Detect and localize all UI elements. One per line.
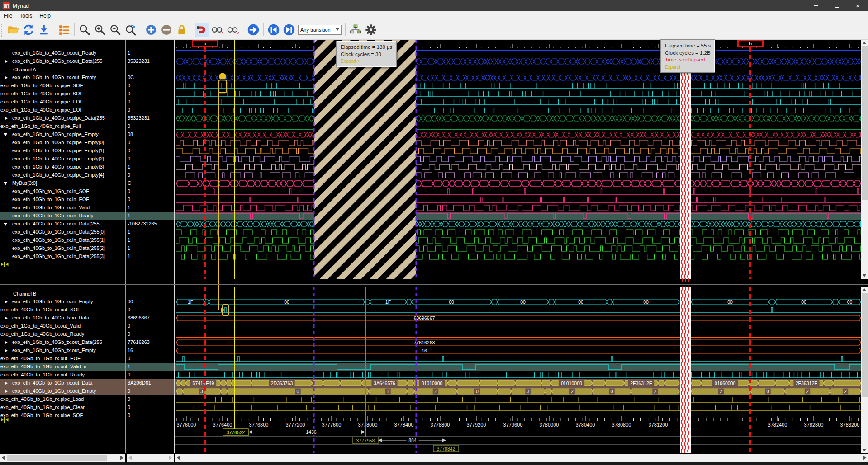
signal-row[interactable]: exo_eth_1Gb_to_40Gb_rx.out_Data(25535323… bbox=[0, 57, 175, 66]
panel-splitter[interactable] bbox=[0, 284, 868, 285]
signal-row[interactable]: exo_eth_40Gb_to_1Gb_rx.in_Ready1 bbox=[0, 212, 175, 220]
scroll-down-icon[interactable] bbox=[863, 449, 866, 451]
maximize-button[interactable] bbox=[826, 0, 847, 11]
signal-row[interactable]: exo_eth_40Gb_to_1Gb_rx.in_Data(255[3]1 bbox=[0, 253, 175, 261]
import-button[interactable] bbox=[37, 23, 51, 37]
waveform-hscrollbar[interactable] bbox=[175, 454, 868, 462]
signal-row[interactable]: exo_eth_1Gb_to_40Gb_tx.out_Valid0 bbox=[0, 322, 175, 330]
collapse-icon[interactable] bbox=[4, 223, 7, 226]
signal-row[interactable]: exo_eth_1Gb_to_40Gb_rx.pipe_Data(2553532… bbox=[0, 114, 175, 122]
signal-row[interactable]: exo_eth_1Gb_to_40Gb_rx.pipe_Empty[1]0 bbox=[0, 147, 175, 155]
expand-icon[interactable] bbox=[5, 381, 8, 385]
scroll-left-icon[interactable] bbox=[2, 456, 5, 460]
signal-row[interactable]: exo_eth_1Gb_to_40Gb_rx.pipe_EOF0 bbox=[0, 98, 175, 106]
signal-row[interactable]: exo_eth_1Gb_to_40Gb_rx.pipe_Empty[4]0 bbox=[0, 171, 175, 179]
expand-icon[interactable] bbox=[5, 349, 8, 352]
signal-row[interactable]: exo_eth_40Gb_to_1Gb_rx.pipe_Load0 bbox=[0, 395, 175, 404]
signal-row[interactable]: exo_eth_40Gb_to_1Gb_rx.in_EOF0 bbox=[0, 196, 175, 204]
expand-icon[interactable] bbox=[5, 390, 8, 393]
signal-row[interactable]: exo_eth_1Gb_to_40Gb_rx.pipe_EOF0 bbox=[0, 106, 175, 114]
signal-row[interactable]: exo_eth_40Gb_to_1Gb_rx.out_Data3A206D61 bbox=[0, 379, 175, 387]
lock-button[interactable] bbox=[175, 23, 189, 37]
expand-icon[interactable] bbox=[5, 316, 8, 320]
scroll-up-icon[interactable] bbox=[863, 42, 866, 44]
signal-row[interactable]: exo_eth_40Gb_to_1Gb_rx.in_Data(255[0]1 bbox=[0, 228, 175, 236]
scroll-up-icon[interactable] bbox=[863, 288, 866, 291]
signal-row[interactable]: exo_eth_40Gb_to_1Gb_rx.out_EOF0 bbox=[0, 355, 175, 363]
signal-row[interactable]: exo_eth_1Gb_to_40Gb_rx.pipe_Full0 bbox=[0, 122, 175, 131]
remove-button[interactable] bbox=[159, 23, 174, 37]
zoom-in-button[interactable] bbox=[93, 23, 107, 37]
expand-link[interactable]: Expand + bbox=[665, 64, 711, 70]
signal-list-button[interactable] bbox=[57, 23, 71, 37]
expand-icon[interactable] bbox=[5, 60, 8, 63]
settings-button[interactable] bbox=[364, 23, 378, 37]
name-value-splitter[interactable] bbox=[125, 40, 126, 453]
signal-row[interactable]: exo_eth_40Gb_to_1Gb_rx.out_SOF0 bbox=[0, 306, 175, 314]
scroll-right-icon[interactable] bbox=[863, 456, 866, 460]
signal-row[interactable]: exo_eth_1Gb_to_40Gb_tx.out_Data(25577616… bbox=[0, 338, 175, 347]
signal-row[interactable]: exo_eth_1Gb_to_40Gb_rx.out_Ready1 bbox=[0, 49, 175, 57]
signal-row[interactable]: exo_eth_40Gb_to_1Gb_rx.pipe_Clear0 bbox=[0, 404, 175, 412]
zoom-fit-button[interactable] bbox=[123, 23, 138, 37]
expand-link[interactable]: Expand + bbox=[341, 58, 392, 65]
signal-row[interactable]: exo_eth_1Gb_to_40Gb_tx.out_Empty16 bbox=[0, 347, 175, 355]
search-signal-button[interactable]: s bbox=[210, 23, 225, 37]
signal-row[interactable]: exo_eth_1Gb_to_40Gb_rx.pipe_Empty[3]1 bbox=[0, 163, 175, 171]
minimize-button[interactable] bbox=[806, 0, 826, 11]
signal-row[interactable]: exo_eth_40Gb_to_1Gb_rx.in_SOF0 bbox=[0, 188, 175, 196]
previous-transition-button[interactable] bbox=[266, 23, 281, 37]
signal-row[interactable]: exo_eth_1Gb_to_40Gb_tx.out_Ready0 bbox=[0, 330, 175, 338]
signal-row[interactable]: exo_eth_1Gb_to_40Gb_rx.pipe_SOF0 bbox=[0, 90, 175, 98]
expand-icon[interactable] bbox=[5, 300, 8, 304]
signal-row[interactable]: exo_eth_1Gb_to_40Gb_rx.pipe_Empty[2]0 bbox=[0, 155, 175, 163]
signal-row[interactable]: exo_eth_40Gb_to_1Gb_rx.pipe_SOF0 bbox=[0, 412, 175, 417]
value-wave-splitter[interactable] bbox=[174, 40, 175, 453]
search-value-button[interactable]: v bbox=[226, 23, 240, 37]
time-marker-6[interactable]: 6 bbox=[737, 40, 764, 47]
collapse-icon[interactable] bbox=[4, 133, 7, 136]
scrollbar-thumb[interactable] bbox=[7, 455, 107, 461]
signal-row[interactable]: exo_eth_40Gb_to_1Gb_rx.in_Empty00 bbox=[0, 298, 175, 306]
zoom-out-button[interactable] bbox=[108, 23, 123, 37]
signal-row[interactable]: exo_eth_1Gb_to_40Gb_rx.out_Empty0C bbox=[0, 74, 175, 82]
signal-row[interactable]: exo_eth_40Gb_to_1Gb_rx.out_Valid_n1 bbox=[0, 363, 175, 371]
signal-row[interactable]: exo_eth_40Gb_to_1Gb_rx.in_Data(255[1]1 bbox=[0, 236, 175, 244]
magnet-snap-button[interactable] bbox=[195, 23, 209, 37]
signal-row[interactable]: exo_eth_1Gb_to_40Gb_rx.pipe_Empty08 bbox=[0, 131, 175, 139]
bottom-panel-vscrollbar[interactable] bbox=[861, 287, 868, 453]
signal-row[interactable]: exo_eth_40Gb_to_1Gb_rx.out_Empty0 bbox=[0, 387, 175, 395]
scroll-left-icon[interactable] bbox=[177, 456, 180, 460]
goto-button[interactable] bbox=[246, 23, 261, 37]
expand-icon[interactable] bbox=[5, 76, 8, 80]
signal-row[interactable]: MyBus[3:0]C bbox=[0, 179, 175, 188]
time-marker-5[interactable]: 5 bbox=[192, 40, 218, 47]
top-panel-vscrollbar[interactable] bbox=[861, 40, 868, 279]
signal-row[interactable]: exo_eth_1Gb_to_40Gb_rx.pipe_Empty[0]0 bbox=[0, 139, 175, 147]
menu-tools[interactable]: Tools bbox=[16, 13, 36, 19]
menu-file[interactable]: File bbox=[0, 13, 16, 19]
signal-row[interactable]: exo_eth_1Gb_to_40Gb_rx.pipe_SOF0 bbox=[0, 82, 175, 90]
scroll-down-icon[interactable] bbox=[863, 274, 866, 277]
expand-icon[interactable] bbox=[5, 341, 8, 344]
scrollbar-thumb[interactable] bbox=[862, 46, 868, 200]
signal-row[interactable]: exo_eth_40Gb_to_1Gb_rx.out_Ready0 bbox=[0, 371, 175, 379]
add-button[interactable] bbox=[144, 23, 158, 37]
expand-icon[interactable] bbox=[5, 117, 8, 120]
collapse-icon[interactable] bbox=[4, 182, 7, 185]
scroll-right-icon[interactable] bbox=[120, 456, 123, 460]
zoom-button[interactable] bbox=[77, 23, 92, 37]
signal-row[interactable]: exo_eth_40Gb_to_1Gb_rx.in_Data(255-10627… bbox=[0, 220, 175, 228]
menu-help[interactable]: Help bbox=[36, 13, 54, 19]
signal-row[interactable]: exo_eth_40Gb_to_1Gb_rx.in_Valid1 bbox=[0, 204, 175, 212]
transition-dropdown[interactable]: Any transition bbox=[298, 25, 342, 35]
toolbar-drag-handle[interactable] bbox=[1, 23, 4, 37]
close-button[interactable]: × bbox=[847, 0, 868, 11]
reload-button[interactable] bbox=[21, 23, 36, 37]
name-column-hscrollbar[interactable] bbox=[0, 454, 125, 462]
signal-row[interactable]: exo_eth_1Gb_to_40Gb_tx.in_Data68696667 bbox=[0, 314, 175, 322]
open-folder-button[interactable] bbox=[6, 23, 20, 37]
scrollbar-thumb[interactable] bbox=[862, 293, 868, 397]
next-transition-button[interactable] bbox=[282, 23, 296, 37]
signal-row[interactable]: exo_eth_40Gb_to_1Gb_rx.in_Data(255[2]1 bbox=[0, 244, 175, 253]
